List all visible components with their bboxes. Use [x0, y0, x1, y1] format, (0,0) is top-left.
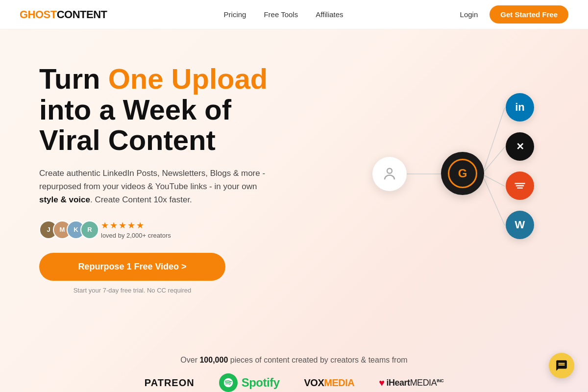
star-3: ★: [119, 220, 126, 231]
gc-label: G: [458, 167, 467, 180]
stars: ★ ★ ★ ★ ★: [101, 220, 171, 231]
repurpose-button[interactable]: Repurpose 1 Free Video >: [39, 253, 225, 281]
svg-point-5: [387, 169, 392, 173]
diagram-container: G in ✕ W: [343, 74, 549, 289]
logo[interactable]: GHOSTCONTENT: [20, 8, 107, 21]
linkedin-icon: in: [515, 101, 525, 114]
star-5: ★: [136, 220, 144, 231]
hero-left: Turn One Upload into a Week of Viral Con…: [39, 64, 314, 294]
title-part1: Turn: [39, 63, 108, 95]
user-node: [372, 157, 407, 191]
vox-media-text: MEDIA: [324, 377, 354, 388]
hero-section: Turn One Upload into a Week of Viral Con…: [0, 29, 588, 392]
title-part3: Viral Content: [39, 124, 216, 156]
title-part2: into a Week of: [39, 94, 231, 125]
linkedin-node: in: [506, 93, 534, 122]
hero-content: Turn One Upload into a Week of Viral Con…: [0, 29, 588, 346]
svg-line-3: [484, 175, 505, 186]
logo-content: CONTENT: [57, 8, 107, 21]
nav-links: Pricing Free Tools Affiliates: [224, 10, 343, 19]
stars-group: ★ ★ ★ ★ ★ loved by 2,000+ creators: [101, 220, 171, 239]
iheart-text: iHeartMEDIAINC: [387, 378, 444, 388]
logo-ghost: GHOST: [20, 8, 57, 21]
spotify-icon: [219, 373, 238, 392]
nav-pricing[interactable]: Pricing: [224, 10, 246, 19]
star-2: ★: [110, 220, 118, 231]
login-link[interactable]: Login: [460, 10, 478, 19]
wordpress-node: W: [506, 211, 534, 239]
gc-node: G: [441, 152, 484, 195]
brand-vox: VOXMEDIA: [304, 377, 355, 389]
x-node: ✕: [506, 132, 534, 161]
gc-inner: G: [448, 159, 477, 188]
x-icon: ✕: [516, 141, 524, 152]
desc-part1: Create authentic LinkedIn Posts, Newslet…: [39, 169, 265, 191]
heart-icon: ♥: [379, 377, 384, 389]
avatars: J M K R: [39, 220, 94, 239]
subtitle-bold: 100,000: [199, 356, 228, 364]
chat-button[interactable]: [549, 353, 574, 378]
trial-text: Start your 7-day free trial. No CC requi…: [39, 287, 225, 294]
wp-icon: W: [515, 219, 525, 231]
hero-diagram: G in ✕ W: [343, 74, 549, 289]
subtitle-part2: pieces of content created by creators & …: [228, 356, 407, 364]
reviews-text: loved by 2,000+ creators: [101, 232, 171, 239]
brand-spotify: Spotify: [219, 373, 280, 392]
desc-bold: style & voice: [39, 195, 90, 204]
hero-title: Turn One Upload into a Week of Viral Con…: [39, 64, 314, 156]
navbar: GHOSTCONTENT Pricing Free Tools Affiliat…: [0, 0, 588, 29]
get-started-button[interactable]: Get Started Free: [490, 5, 568, 24]
social-proof: J M K R ★ ★ ★ ★ ★ loved by 2,000+ creato…: [39, 220, 314, 239]
desc-part2: . Create Content 10x faster.: [90, 195, 192, 204]
subtitle-part1: Over: [180, 356, 199, 364]
title-highlight: One Upload: [108, 63, 268, 95]
brands-subtitle: Over 100,000 pieces of content created b…: [0, 356, 588, 365]
brand-patreon: PATREON: [145, 377, 195, 389]
avatar-4: R: [80, 220, 99, 239]
star-1: ★: [101, 220, 109, 231]
svg-line-4: [484, 179, 505, 225]
brands-section: Over 100,000 pieces of content created b…: [0, 346, 588, 392]
spotify-text: Spotify: [242, 376, 280, 390]
nav-affiliates[interactable]: Affiliates: [316, 10, 343, 19]
hero-description: Create authentic LinkedIn Posts, Newslet…: [39, 167, 274, 207]
svg-line-1: [484, 108, 505, 169]
nav-right: Login Get Started Free: [460, 5, 568, 24]
star-4: ★: [127, 220, 135, 231]
brands-logos: PATREON Spotify VOXMEDIA ♥ iHeartMEDIAIN…: [0, 373, 588, 392]
stack-node: [506, 172, 534, 200]
nav-free-tools[interactable]: Free Tools: [264, 10, 298, 19]
brand-iheart: ♥ iHeartMEDIAINC: [379, 377, 443, 389]
